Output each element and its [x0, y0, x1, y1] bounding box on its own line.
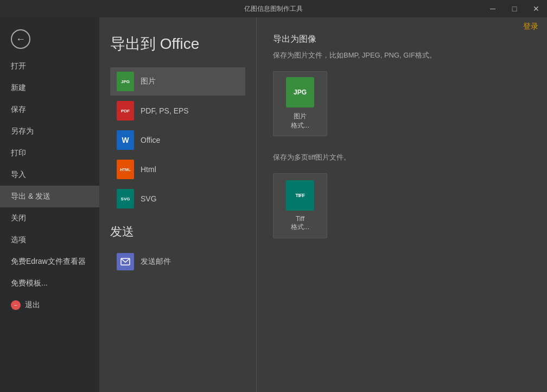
sidebar-item-new[interactable]: 新建 [0, 77, 99, 99]
sidebar-item-import[interactable]: 导入 [0, 164, 99, 186]
card-image-label: 图片 格式... [291, 112, 309, 130]
office-file-icon: W [117, 130, 134, 150]
svg-file-icon: SVG [117, 189, 134, 208]
card-jpg-icon: JPG [286, 77, 314, 108]
export-option-office[interactable]: W Office [110, 126, 245, 154]
close-button[interactable]: ✕ [525, 0, 547, 17]
back-button[interactable]: ← [9, 27, 33, 51]
sidebar-item-save[interactable]: 保存 [0, 99, 99, 121]
sidebar-item-free-viewer[interactable]: 免费Edraw文件查看器 [0, 251, 99, 273]
detail-panel: 导出为图像 保存为图片文件，比如BMP, JPEG, PNG, GIF格式。 J… [257, 17, 547, 392]
sidebar-item-exit[interactable]: − 退出 [0, 294, 99, 316]
detail-desc-1: 保存为图片文件，比如BMP, JPEG, PNG, GIF格式。 [273, 50, 531, 60]
maximize-button[interactable]: □ [504, 0, 525, 17]
html-file-icon: HTML [117, 160, 134, 179]
app-body: ← 打开 新建 保存 另存为 打印 导入 导出 & 发送 关闭 选项 免费Ed [0, 17, 547, 392]
card-tiff-label: Tiff 格式... [291, 215, 309, 232]
window-controls: ─ □ ✕ [482, 0, 547, 17]
export-option-image[interactable]: JPG 图片 [110, 67, 245, 96]
detail-section-title: 导出为图像 [273, 34, 531, 45]
sidebar-item-options[interactable]: 选项 [0, 229, 99, 251]
detail-desc-2: 保存为多页tiff图片文件。 [273, 153, 531, 162]
login-button[interactable]: 登录 [523, 22, 538, 31]
export-option-html[interactable]: HTML Html [110, 155, 245, 184]
sidebar-item-saveas[interactable]: 另存为 [0, 121, 99, 142]
minimize-button[interactable]: ─ [482, 0, 504, 17]
sidebar-item-open[interactable]: 打开 [0, 55, 99, 77]
pdf-file-icon: PDF [117, 101, 134, 121]
email-icon [117, 253, 134, 270]
export-option-svg[interactable]: SVG SVG [110, 185, 245, 213]
format-card-tiff[interactable]: TIFF Tiff 格式... [273, 173, 327, 238]
export-option-pdf[interactable]: PDF PDF, PS, EPS [110, 97, 245, 125]
export-title: 导出到 Office [110, 34, 245, 54]
title-bar: 亿图信息图制作工具 ─ □ ✕ [0, 0, 547, 17]
card-tiff-icon: TIFF [286, 180, 314, 211]
format-card-image[interactable]: JPG 图片 格式... [273, 71, 327, 136]
sidebar: ← 打开 新建 保存 另存为 打印 导入 导出 & 发送 关闭 选项 免费Ed [0, 17, 99, 392]
send-email-option[interactable]: 发送邮件 [110, 249, 245, 275]
back-circle-icon: ← [11, 29, 30, 49]
exit-icon: − [11, 300, 21, 310]
content-area: 导出到 Office JPG 图片 PDF PDF, PS, EPS [99, 17, 547, 392]
sidebar-item-export[interactable]: 导出 & 发送 [0, 186, 99, 207]
send-title: 发送 [110, 224, 245, 240]
sidebar-item-free-template[interactable]: 免费模板... [0, 273, 99, 294]
jpg-file-icon: JPG [117, 72, 134, 91]
export-panel: 导出到 Office JPG 图片 PDF PDF, PS, EPS [99, 17, 257, 392]
app-title: 亿图信息图制作工具 [244, 4, 303, 14]
sidebar-item-print[interactable]: 打印 [0, 142, 99, 164]
sidebar-item-close[interactable]: 关闭 [0, 207, 99, 229]
